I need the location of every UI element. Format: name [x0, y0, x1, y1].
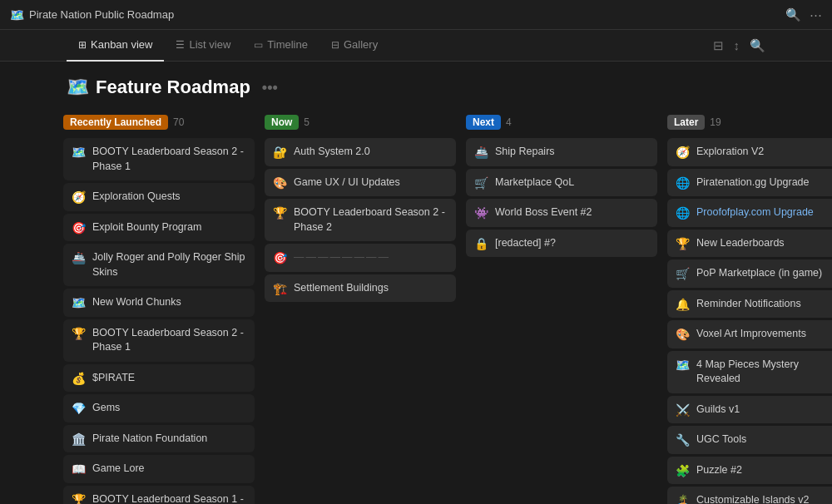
- column-header-recently-launched: Recently Launched70: [63, 113, 255, 131]
- card-text: UGC Tools: [696, 432, 746, 447]
- view-tabs: ⊞ Kanban view ☰ List view ▭ Timeline ⊟ G…: [0, 30, 832, 62]
- list-icon: ☰: [176, 39, 185, 51]
- card[interactable]: 🏗️Settlement Buildings: [265, 274, 456, 303]
- column-cards-now: 🔐Auth System 2.0🎨Game UX / UI Updates🏆BO…: [265, 138, 456, 504]
- card[interactable]: 👾World Boss Event #2: [466, 199, 657, 227]
- card[interactable]: 💎Gems: [63, 394, 255, 422]
- card-text: [redacted] #?: [495, 236, 556, 251]
- card-emoji: 🏆: [72, 327, 86, 340]
- card[interactable]: 🎯Exploit Bounty Program: [63, 214, 255, 242]
- card[interactable]: 🗺️BOOTY Leaderboard Season 2 - Phase 1: [63, 138, 255, 180]
- card[interactable]: ⚔️Guilds v1: [667, 396, 832, 424]
- page-title: 🗺️ Feature Roadmap •••: [67, 77, 278, 98]
- card-emoji: 🚢: [474, 146, 488, 159]
- tab-gallery[interactable]: ⊟ Gallery: [319, 30, 389, 62]
- column-label-next[interactable]: Next: [466, 115, 501, 130]
- card[interactable]: 🏝️Customizable Islands v2: [667, 487, 832, 504]
- card-emoji: 🏆: [72, 493, 86, 505]
- card[interactable]: 📖Game Lore: [63, 455, 255, 483]
- card-emoji: 🏗️: [273, 282, 287, 295]
- card[interactable]: 🗺️4 Map Pieces Mystery Revealed: [667, 351, 832, 393]
- card-emoji: ⚔️: [676, 403, 690, 417]
- card[interactable]: 🏆New Leaderboards: [667, 230, 832, 258]
- card[interactable]: 🚢Jolly Roger and Polly Roger Ship Skins: [63, 244, 255, 286]
- card[interactable]: 🎨Voxel Art Improvements: [667, 320, 832, 348]
- card-text: Exploit Bounty Program: [92, 220, 201, 235]
- kanban-icon: ⊞: [78, 39, 87, 51]
- tab-list-label: List view: [189, 38, 230, 51]
- card[interactable]: 🛒PoP Marketplace (in game): [667, 259, 832, 288]
- card-text: Settlement Buildings: [294, 281, 389, 296]
- card[interactable]: 🗺️New World Chunks: [63, 289, 255, 317]
- card[interactable]: 🎨Game UX / UI Updates: [265, 169, 456, 197]
- column-later: Later19🧭Exploration V2🌐Piratenation.gg U…: [667, 113, 832, 504]
- card-emoji: 🎨: [273, 176, 287, 190]
- tab-timeline-label: Timeline: [267, 38, 308, 51]
- card-text: Guilds v1: [696, 403, 740, 418]
- column-label-now[interactable]: Now: [265, 115, 299, 130]
- card-text: PoP Marketplace (in game): [696, 266, 822, 281]
- card-emoji: 🔐: [273, 146, 287, 159]
- card-emoji: 👾: [474, 206, 488, 220]
- page-options-button[interactable]: •••: [262, 79, 278, 96]
- card[interactable]: 🔒[redacted] #?: [466, 230, 657, 258]
- card-emoji: 📖: [72, 462, 86, 476]
- card[interactable]: 🔔Reminder Notifications: [667, 290, 832, 319]
- card[interactable]: 🏆BOOTY Leaderboard Season 1 - Phase 2: [63, 486, 255, 505]
- tab-list[interactable]: ☰ List view: [164, 30, 242, 62]
- card[interactable]: 🏆BOOTY Leaderboard Season 2 - Phase 2: [265, 199, 456, 241]
- card[interactable]: 🏆BOOTY Leaderboard Season 2 - Phase 1: [63, 319, 255, 362]
- sort-icon[interactable]: ↕: [734, 38, 740, 52]
- column-count-now: 5: [304, 116, 310, 128]
- card-emoji: 🗺️: [72, 296, 86, 309]
- column-count-recently-launched: 70: [173, 116, 184, 128]
- card[interactable]: 🔐Auth System 2.0: [265, 138, 456, 166]
- card-text: BOOTY Leaderboard Season 2 - Phase 1: [92, 145, 246, 174]
- card[interactable]: 💰$PIRATE: [63, 364, 255, 393]
- card[interactable]: 🚢Ship Repairs: [466, 138, 657, 166]
- tab-actions: ⊟ ↕ 🔍: [713, 38, 766, 53]
- card[interactable]: 🔧UGC Tools: [667, 426, 832, 454]
- page-emoji: 🗺️: [67, 77, 89, 98]
- column-label-later[interactable]: Later: [667, 115, 705, 130]
- column-next: Next4🚢Ship Repairs🛒Marketplace QoL👾World…: [466, 113, 657, 504]
- tab-kanban[interactable]: ⊞ Kanban view: [67, 30, 164, 62]
- card-emoji: 🌐: [676, 206, 690, 220]
- column-header-now: Now5: [265, 113, 456, 131]
- card-text: Piratenation.gg Upgrade: [696, 175, 810, 190]
- column-label-recently-launched[interactable]: Recently Launched: [63, 115, 168, 130]
- card-text: Pirate Nation Foundation: [92, 432, 207, 447]
- card[interactable]: 🏛️Pirate Nation Foundation: [63, 425, 255, 453]
- card[interactable]: 🧭Exploration V2: [667, 138, 832, 166]
- title-bar: 🗺️ Pirate Nation Public Roadmap 🔍 ⋯: [0, 0, 832, 30]
- card-emoji: 🏝️: [676, 494, 690, 504]
- search-icon[interactable]: 🔍: [750, 38, 765, 53]
- card-text: Game Lore: [92, 462, 145, 477]
- card-emoji: 💎: [72, 402, 86, 415]
- card-text: Exploration Quests: [92, 190, 181, 205]
- more-icon[interactable]: ⋯: [810, 7, 822, 22]
- filter-icon[interactable]: ⊟: [713, 38, 724, 53]
- card-emoji: 🔔: [676, 298, 690, 311]
- card[interactable]: 🎯————————: [265, 244, 456, 272]
- card[interactable]: 🧩Puzzle #2: [667, 457, 832, 485]
- card[interactable]: 🌐Proofofplay.com Upgrade: [667, 199, 832, 227]
- tab-timeline[interactable]: ▭ Timeline: [242, 30, 319, 62]
- card[interactable]: 🛒Marketplace QoL: [466, 169, 657, 197]
- app-icon: 🗺️: [10, 8, 24, 22]
- card-text: Jolly Roger and Polly Roger Ship Skins: [92, 250, 246, 279]
- card[interactable]: 🌐Piratenation.gg Upgrade: [667, 169, 832, 197]
- page-title-text: Feature Roadmap: [96, 77, 250, 98]
- gallery-icon: ⊟: [331, 39, 339, 51]
- card-emoji: 🔧: [676, 433, 690, 447]
- column-count-next: 4: [506, 116, 512, 128]
- column-header-later: Later19: [667, 113, 832, 131]
- card-emoji: 🧭: [72, 190, 86, 204]
- page-header: 🗺️ Feature Roadmap •••: [0, 62, 832, 106]
- card-emoji: 💰: [72, 372, 86, 385]
- card-emoji: 🧩: [676, 464, 690, 477]
- search-icon[interactable]: 🔍: [785, 7, 801, 22]
- card-text: Marketplace QoL: [495, 175, 574, 190]
- card[interactable]: 🧭Exploration Quests: [63, 183, 255, 211]
- card-emoji: 🗺️: [72, 146, 86, 159]
